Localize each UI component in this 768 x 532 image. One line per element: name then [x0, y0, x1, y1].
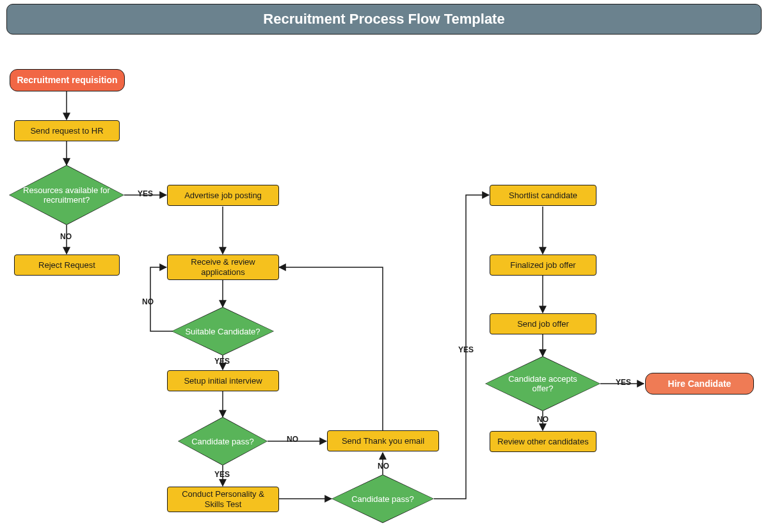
node-sendoffer: Send job offer: [490, 313, 596, 334]
node-conduct: Conduct Personality & Skills Test: [167, 487, 279, 512]
node-reviewother: Review other candidates: [490, 431, 596, 452]
node-setup: Setup initial interview: [167, 370, 279, 391]
node-thankyou: Send Thank you email: [327, 430, 439, 451]
edge-label-yes: YES: [214, 470, 230, 479]
edge-label-no: NO: [378, 462, 389, 471]
decision-label: Candidate pass?: [339, 494, 427, 504]
node-resources-decision: Resources available for recruitment?: [9, 165, 124, 225]
node-hire: Hire Candidate: [645, 373, 754, 395]
node-pass2-decision: Candidate pass?: [332, 474, 434, 523]
node-start: Recruitment requisition: [10, 69, 125, 91]
node-pass1-decision: Candidate pass?: [178, 417, 268, 465]
edge-label-yes: YES: [138, 189, 153, 198]
node-reject: Reject Request: [14, 254, 120, 276]
node-finalize: Finalized job offer: [490, 254, 596, 276]
node-shortlist: Shortlist candidate: [490, 185, 596, 206]
decision-label: Candidate pass?: [179, 437, 267, 446]
decision-label: Candidate accepts offer?: [485, 374, 600, 393]
edge-label-yes: YES: [458, 345, 474, 354]
node-send-hr: Send request to HR: [14, 120, 120, 141]
edge-label-no: NO: [537, 415, 548, 424]
node-suitable-decision: Suitable Candidate?: [172, 307, 274, 356]
node-receive: Receive & review applications: [167, 254, 279, 280]
decision-label: Suitable Candidate?: [172, 327, 273, 336]
edge-label-yes: YES: [214, 357, 230, 366]
node-accepts-decision: Candidate accepts offer?: [485, 356, 600, 411]
edge-label-no: NO: [60, 232, 72, 241]
edge-label-no: NO: [142, 297, 154, 306]
node-advertise: Advertise job posting: [167, 185, 279, 206]
decision-label: Resources available for recruitment?: [9, 185, 124, 205]
edge-label-no: NO: [287, 435, 298, 444]
edge-label-yes: YES: [616, 378, 631, 387]
flowchart-canvas: Recruitment requisition Send request to …: [0, 0, 768, 532]
